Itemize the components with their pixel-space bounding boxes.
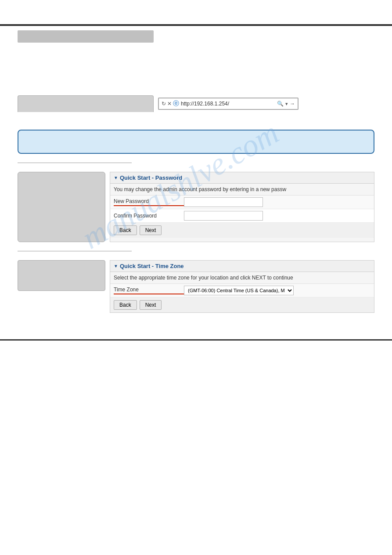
confirm-password-label: Confirm Password: [114, 213, 184, 219]
top-border: [0, 24, 392, 26]
timezone-section: ▼ Quick Start - Time Zone Select the app…: [18, 260, 374, 313]
dropdown-arrow[interactable]: ▾: [285, 101, 288, 107]
search-icon[interactable]: 🔍: [277, 101, 284, 107]
timezone-panel-title: Quick Start - Time Zone: [120, 263, 184, 269]
timezone-row: Time Zone (GMT-06:00) Central Time (US &…: [110, 284, 374, 297]
password-back-button[interactable]: Back: [114, 225, 137, 235]
ie-icon: ⓔ: [173, 100, 179, 108]
timezone-panel-desc: Select the appropriate time zone for you…: [110, 272, 374, 284]
password-next-button[interactable]: Next: [140, 225, 162, 235]
timezone-panel: ▼ Quick Start - Time Zone Select the app…: [110, 260, 374, 313]
header-bar: [18, 30, 154, 43]
address-bar: ↻ ✕ ⓔ http://192.168.1.254/ 🔍 ▾ →: [158, 98, 298, 110]
divider-2: [18, 251, 132, 251]
browser-tab: [18, 95, 154, 112]
divider-1: [18, 163, 132, 163]
new-password-label: New Password: [114, 198, 184, 206]
browser-section: ↻ ✕ ⓔ http://192.168.1.254/ 🔍 ▾ →: [18, 95, 374, 112]
password-panel-buttons: Back Next: [110, 223, 374, 238]
timezone-image-placeholder: [18, 260, 105, 291]
confirm-password-input[interactable]: [184, 211, 263, 221]
timezone-select[interactable]: (GMT-06:00) Central Time (US & Canada), …: [184, 286, 294, 295]
password-panel: ▼ Quick Start - Password You may change …: [110, 172, 374, 242]
stop-icon[interactable]: ✕: [167, 101, 172, 107]
timezone-panel-buttons: Back Next: [110, 297, 374, 312]
address-url[interactable]: http://192.168.1.254/: [181, 101, 275, 107]
timezone-back-button[interactable]: Back: [114, 300, 137, 310]
browser-nav-icons: ↻ ✕ ⓔ: [162, 100, 179, 108]
refresh-icon[interactable]: ↻: [162, 101, 166, 107]
bottom-border: [0, 339, 392, 341]
password-panel-title: Quick Start - Password: [120, 174, 182, 181]
password-panel-header: ▼ Quick Start - Password: [110, 172, 374, 184]
password-panel-desc: You may change the admin account passwor…: [110, 184, 374, 196]
new-password-input[interactable]: [184, 197, 263, 207]
confirm-password-row: Confirm Password: [110, 209, 374, 223]
new-password-row: New Password: [110, 196, 374, 209]
highlight-box: [18, 130, 374, 154]
go-arrow[interactable]: →: [290, 101, 295, 107]
panel-triangle-icon: ▼: [114, 175, 118, 180]
password-image-placeholder: [18, 172, 105, 242]
password-section: ▼ Quick Start - Password You may change …: [18, 172, 374, 242]
timezone-panel-header: ▼ Quick Start - Time Zone: [110, 261, 374, 272]
timezone-next-button[interactable]: Next: [140, 300, 162, 310]
timezone-label: Time Zone: [114, 287, 184, 294]
tz-panel-triangle-icon: ▼: [114, 264, 118, 268]
